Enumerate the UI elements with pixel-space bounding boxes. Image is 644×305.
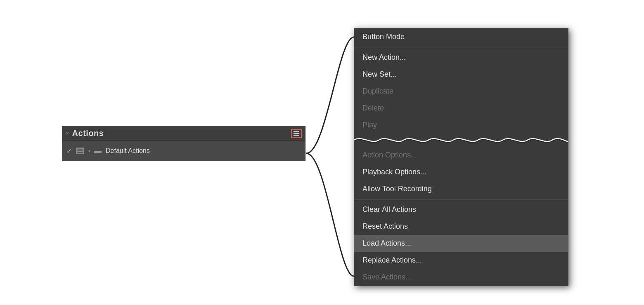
menu-item-load-actions[interactable]: Load Actions... bbox=[354, 235, 568, 252]
menu-separator bbox=[354, 199, 568, 199]
actions-panel: × Actions ✓ › ▬ Default Actions bbox=[62, 126, 305, 161]
menu-item-new-set[interactable]: New Set... bbox=[354, 66, 568, 83]
chevron-right-icon: › bbox=[88, 148, 90, 154]
folder-icon: ▬ bbox=[94, 147, 102, 155]
panel-header: × Actions bbox=[62, 126, 305, 141]
menu-item-duplicate: Duplicate bbox=[354, 83, 568, 100]
menu-item-playback-options[interactable]: Playback Options... bbox=[354, 164, 568, 181]
menu-item-delete: Delete bbox=[354, 100, 568, 117]
menu-item-play: Play bbox=[354, 117, 568, 134]
menu-item-replace-actions[interactable]: Replace Actions... bbox=[354, 252, 568, 269]
menu-item-clear-all-actions[interactable]: Clear All Actions bbox=[354, 201, 568, 218]
close-button[interactable]: × bbox=[66, 130, 69, 136]
menu-separator bbox=[354, 47, 568, 47]
actions-list-row: ✓ › ▬ Default Actions bbox=[62, 141, 305, 161]
menu-item-reset-actions[interactable]: Reset Actions bbox=[354, 218, 568, 235]
default-actions-label: Default Actions bbox=[106, 147, 150, 155]
check-icon: ✓ bbox=[66, 147, 72, 155]
wavy-separator bbox=[354, 134, 568, 147]
menu-item-allow-tool-recording[interactable]: Allow Tool Recording bbox=[354, 181, 568, 197]
menu-item-save-actions: Save Actions... bbox=[354, 269, 568, 286]
hamburger-icon bbox=[294, 131, 299, 136]
panel-menu-button[interactable] bbox=[291, 129, 302, 138]
menu-item-button-mode[interactable]: Button Mode bbox=[354, 28, 568, 45]
menu-item-action-options: Action Options... bbox=[354, 147, 568, 164]
panel-title: Actions bbox=[69, 129, 291, 138]
context-menu: Button ModeNew Action...New Set...Duplic… bbox=[354, 28, 568, 286]
list-icon bbox=[76, 148, 84, 154]
menu-item-new-action[interactable]: New Action... bbox=[354, 49, 568, 66]
